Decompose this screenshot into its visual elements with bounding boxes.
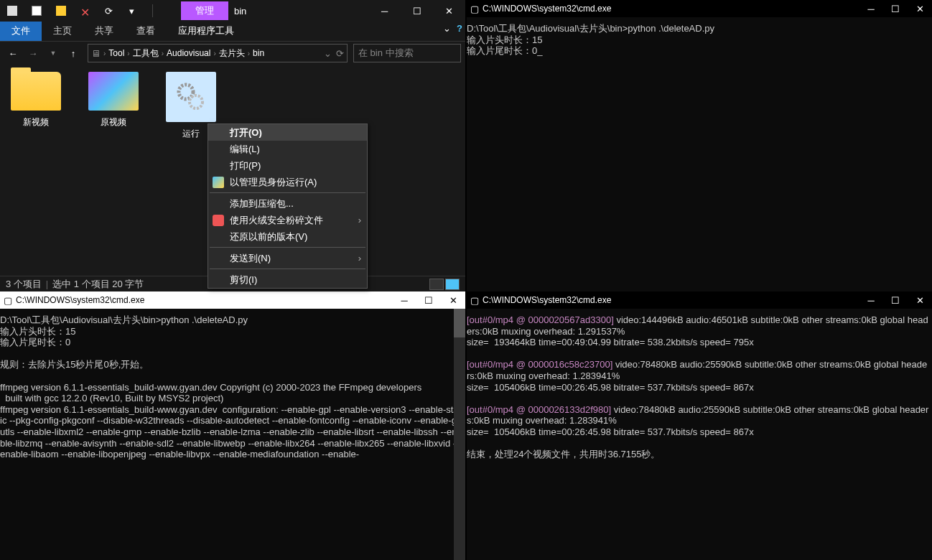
ribbon-help-icon[interactable]: ?: [457, 23, 462, 34]
path-seg-1[interactable]: 工具包: [130, 47, 162, 60]
path-refresh-icon[interactable]: ⟳: [336, 48, 344, 59]
cmd1-title: C:\WINDOWS\system32\cmd.exe: [483, 4, 611, 14]
shield-icon: [213, 177, 224, 188]
titlebar-icon-4[interactable]: ✕: [73, 6, 98, 16]
path-seg-4[interactable]: bin: [250, 48, 267, 58]
cmd3-titlebar[interactable]: ▢ C:\WINDOWS\system32\cmd.exe ─ ☐ ✕: [467, 291, 932, 309]
cmd2-titlebar[interactable]: ▢ C:\WINDOWS\system32\cmd.exe ─ ☐ ✕: [0, 291, 465, 309]
cmd1-content[interactable]: D:\Tool\工具包\Audiovisual\去片头\bin>python .…: [467, 17, 932, 60]
ctx-run-admin[interactable]: 以管理员身份运行(A): [208, 174, 367, 190]
search-placeholder: 在 bin 中搜索: [358, 47, 414, 60]
nav-up-button[interactable]: ↑: [65, 45, 82, 62]
nav-bar: ← → ▼ ↑ 🖥 › Tool › 工具包 › Audiovisual › 去…: [0, 42, 465, 65]
cmd2-scrollbar[interactable]: [454, 309, 465, 560]
cmd1-close[interactable]: ✕: [908, 0, 932, 17]
titlebar-icon-2[interactable]: [24, 6, 49, 16]
titlebar-icon-1[interactable]: [0, 6, 24, 16]
view-large-icon[interactable]: [445, 279, 460, 290]
ribbon-tools-tab[interactable]: 应用程序工具: [167, 22, 246, 41]
svg-point-1: [190, 95, 202, 108]
ctx-huorong[interactable]: 使用火绒安全粉碎文件 ›: [208, 212, 367, 228]
cmd2-close[interactable]: ✕: [441, 291, 465, 309]
bat-file-icon: [166, 72, 216, 122]
ctx-add-zip[interactable]: 添加到压缩包...: [208, 195, 367, 212]
ribbon-view-tab[interactable]: 查看: [125, 22, 167, 41]
cmd2-title: C:\WINDOWS\system32\cmd.exe: [16, 295, 144, 305]
cmd-window-1: ▢ C:\WINDOWS\system32\cmd.exe ─ ☐ ✕ D:\T…: [467, 0, 932, 291]
nav-recent-dropdown[interactable]: ▼: [45, 45, 62, 62]
ctx-send-to[interactable]: 发送到(N)›: [208, 250, 367, 266]
minimize-button[interactable]: ─: [368, 0, 401, 22]
ribbon-share-tab[interactable]: 共享: [83, 22, 125, 41]
cmd2-content[interactable]: D:\Tool\工具包\Audiovisual\去片头\bin>python .…: [0, 309, 465, 560]
file-label: 新视频: [7, 116, 65, 129]
pc-icon: 🖥: [91, 48, 101, 59]
nav-forward-button[interactable]: →: [24, 45, 42, 62]
path-seg-0[interactable]: Tool: [106, 48, 127, 58]
file-item-orig-video[interactable]: 原视频: [85, 72, 142, 269]
ctx-prev-ver[interactable]: 还原以前的版本(V): [208, 228, 367, 245]
cmd2-maximize[interactable]: ☐: [416, 291, 441, 309]
cmd-icon: ▢: [467, 4, 483, 14]
titlebar-dropdown-icon[interactable]: ▾: [122, 6, 146, 16]
ctx-print[interactable]: 打印(P): [208, 157, 367, 174]
cmd-icon: ▢: [0, 295, 16, 306]
submenu-arrow-icon: ›: [358, 215, 361, 225]
ribbon-expand-icon[interactable]: ⌄: [443, 23, 451, 34]
cmd-window-2: ▢ C:\WINDOWS\system32\cmd.exe ─ ☐ ✕ D:\T…: [0, 291, 465, 560]
path-dropdown-icon[interactable]: ⌄: [324, 48, 332, 59]
nav-back-button[interactable]: ←: [4, 45, 22, 62]
path-seg-3[interactable]: 去片头: [216, 47, 248, 60]
status-selection: 选中 1 个项目 20 字节: [52, 278, 144, 291]
cmd3-content[interactable]: [out#0/mp4 @ 0000020567ad3300] video:144…: [467, 309, 932, 560]
cmd1-titlebar[interactable]: ▢ C:\WINDOWS\system32\cmd.exe ─ ☐ ✕: [467, 0, 932, 17]
cmd3-close[interactable]: ✕: [908, 291, 932, 309]
ctx-open[interactable]: 打开(O): [208, 124, 367, 141]
titlebar-icon-3[interactable]: [49, 6, 73, 16]
status-item-count: 3 个项目: [6, 278, 42, 291]
address-bar[interactable]: 🖥 › Tool › 工具包 › Audiovisual › 去片头 › bin…: [88, 44, 348, 62]
ribbon-home-tab[interactable]: 主页: [42, 22, 83, 41]
ctx-cut[interactable]: 剪切(I): [208, 271, 367, 288]
ribbon-tabs: 文件 主页 共享 查看 应用程序工具 ⌄ ?: [0, 22, 465, 42]
window-title: bin: [234, 6, 246, 17]
submenu-arrow-icon: ›: [358, 253, 361, 263]
cmd3-maximize[interactable]: ☐: [883, 291, 908, 309]
maximize-button[interactable]: ☐: [401, 0, 433, 22]
cmd1-minimize[interactable]: ─: [859, 0, 883, 17]
folder-icon: [88, 72, 139, 111]
cmd-icon: ▢: [467, 295, 483, 306]
cmd3-minimize[interactable]: ─: [859, 291, 883, 309]
context-menu: 打开(O) 编辑(L) 打印(P) 以管理员身份运行(A) 添加到压缩包... …: [208, 123, 368, 289]
file-label: 原视频: [85, 116, 142, 129]
ctx-edit[interactable]: 编辑(L): [208, 141, 367, 157]
cmd3-title: C:\WINDOWS\system32\cmd.exe: [483, 295, 611, 305]
explorer-titlebar[interactable]: ✕ ⟳ ▾ 管理 bin ─ ☐ ✕: [0, 0, 465, 22]
cmd1-maximize[interactable]: ☐: [883, 0, 908, 17]
file-item-new-video[interactable]: 新视频: [7, 72, 65, 269]
huorong-icon: [213, 215, 224, 226]
ribbon-file-tab[interactable]: 文件: [0, 22, 42, 41]
search-box[interactable]: 在 bin 中搜索: [353, 44, 461, 62]
manage-tab[interactable]: 管理: [181, 1, 228, 20]
titlebar-refresh-icon[interactable]: ⟳: [98, 6, 122, 16]
cmd-window-3: ▢ C:\WINDOWS\system32\cmd.exe ─ ☐ ✕ [out…: [467, 291, 932, 560]
cmd2-minimize[interactable]: ─: [392, 291, 416, 309]
close-button[interactable]: ✕: [433, 0, 465, 22]
folder-icon: [11, 72, 61, 111]
view-details-icon[interactable]: [429, 279, 444, 290]
path-seg-2[interactable]: Audiovisual: [164, 48, 213, 58]
